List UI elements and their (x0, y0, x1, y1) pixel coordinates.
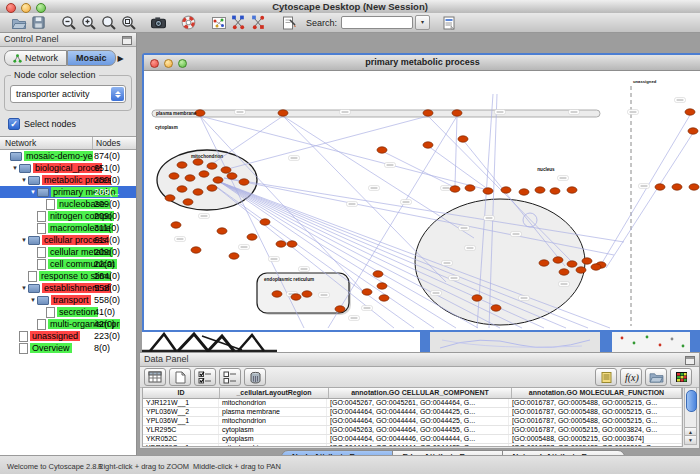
unselect-attributes-button[interactable] (219, 368, 241, 386)
matrix-button[interactable] (670, 368, 692, 386)
birdseye-view-button[interactable] (210, 14, 227, 31)
table-row[interactable]: YDR039C__1mitochondrion[GO:0044464, GO:0… (143, 444, 682, 447)
select-nodes-checkbox[interactable]: ✓ (8, 118, 20, 130)
float-panel-icon[interactable] (122, 36, 132, 45)
minimize-view-button[interactable] (164, 59, 173, 68)
table-row[interactable]: YPL036W__2plasma membrane[GO:0044464, GO… (143, 408, 682, 417)
attribute-table[interactable]: ID_cellularLayoutRegionannotation.GO CEL… (142, 387, 683, 447)
tree-row[interactable]: unassigned223(0) (0, 330, 136, 342)
tree-expander[interactable]: ▼ (29, 297, 37, 303)
close-view-button[interactable] (150, 59, 159, 68)
tab-mosaic[interactable]: Mosaic (67, 50, 116, 66)
tree-row[interactable]: Overview8(0) (0, 342, 136, 354)
select-attributes-button[interactable] (194, 368, 216, 386)
tree-row[interactable]: nucleobase-209(0) (0, 198, 136, 210)
new-attribute-button[interactable] (169, 368, 191, 386)
table-cell: [GO:0016787, GO:0005488, GO:0005215, G..… (509, 399, 682, 407)
table-row[interactable]: YPL036W__1mitochondrion[GO:0044464, GO:0… (143, 417, 682, 426)
graph-node (576, 267, 586, 273)
column-nodes[interactable]: Nodes (93, 137, 136, 149)
tree-row[interactable]: ▼establishment of lo558(0) (0, 282, 136, 294)
node-color-combobox[interactable]: transporter activity (10, 85, 126, 103)
tree-row[interactable]: nitrogen compo209(0) (0, 210, 136, 222)
control-panel: Control Panel Network Mosaic ▶ Node colo… (0, 33, 137, 455)
graph-node (207, 163, 217, 169)
table-row[interactable]: YJR121W__1mitochondrion[GO:0045267, GO:0… (143, 399, 682, 408)
scrollbar-thumb[interactable] (686, 390, 697, 412)
column-header[interactable]: annotation.GO MOLECULAR_FUNCTION (512, 388, 682, 398)
tree-row[interactable]: multi-organism pro42(0) (0, 318, 136, 330)
table-row[interactable]: YLR295Ccytoplasm[GO:0045263, GO:0044464,… (143, 426, 682, 435)
tree-expander[interactable]: ▼ (11, 165, 19, 171)
tree-row[interactable]: ▼primary metabo209(... (0, 186, 136, 198)
formula-fx-button[interactable]: f(x) (620, 368, 642, 386)
tab-network-label: Network (25, 51, 58, 65)
tree-expander[interactable]: ▼ (29, 189, 37, 195)
tabs-overflow-arrow[interactable]: ▶ (118, 54, 124, 63)
zoom-in-button[interactable] (80, 14, 97, 31)
tree-row[interactable]: ▼transport558(0) (0, 294, 136, 306)
zoom-out-button[interactable] (60, 14, 77, 31)
annotation-button[interactable] (280, 14, 297, 31)
tree-row[interactable]: cellular metabo209(0) (0, 246, 136, 258)
layout-red-button[interactable] (250, 14, 267, 31)
help-lifesaver-button[interactable] (180, 14, 197, 31)
table-cell: YDR039C__1 (143, 444, 219, 447)
control-panel-header: Control Panel (0, 33, 136, 47)
tree-row[interactable]: cell communicat22(0) (0, 258, 136, 270)
graph-node (550, 188, 560, 194)
network-view-window[interactable]: primary metabolic process plasma membran… (142, 53, 700, 332)
graph-node (377, 283, 387, 289)
zoom-selected-button[interactable] (120, 14, 137, 31)
zoom-view-button[interactable] (178, 59, 187, 68)
graph-node (207, 185, 217, 191)
zoom-actual-button[interactable] (100, 14, 117, 31)
network-file-icon (37, 319, 46, 330)
tree-expander[interactable]: ▼ (20, 285, 28, 291)
layout-blue-button[interactable] (230, 14, 247, 31)
column-header[interactable]: _cellularLayoutRegion (220, 388, 329, 398)
network-canvas[interactable]: plasma membranecytoplasmmitochondrionnuc… (144, 70, 700, 330)
tab-network[interactable]: Network (4, 50, 67, 66)
tree-label: mosaic-demo-yeast (24, 151, 93, 161)
tree-expander[interactable]: ▼ (20, 237, 28, 243)
open-session-button[interactable] (10, 14, 27, 31)
search-input[interactable] (341, 16, 413, 29)
table-cell: [GO:0016787, GO:0005488, GO:0005215, G..… (509, 408, 682, 416)
scroll-down-button[interactable]: ▼ (685, 435, 696, 444)
column-header[interactable]: annotation.GO CELLULAR_COMPONENT (329, 388, 512, 398)
import-folder-button[interactable] (645, 368, 667, 386)
table-row[interactable]: YKR052Ccytoplasm[GO:0044464, GO:0044446,… (143, 435, 682, 444)
graph-node (423, 142, 433, 148)
attribute-doc-button[interactable] (440, 14, 457, 31)
zoom-window-button[interactable] (36, 3, 46, 13)
minimize-window-button[interactable] (21, 3, 31, 13)
graph-node (177, 186, 187, 192)
snapshot-camera-button[interactable] (150, 14, 167, 31)
graph-node (423, 110, 433, 116)
tree-row[interactable]: ▼biological_process651(0) (0, 162, 136, 174)
tree-expander[interactable]: ▼ (20, 177, 28, 183)
tree-row[interactable]: mosaic-demo-yeast874(0) (0, 150, 136, 162)
table-scrollbar[interactable]: ▲ ▼ (684, 387, 697, 445)
attribute-table-button[interactable] (144, 368, 166, 386)
close-window-button[interactable] (6, 3, 16, 13)
tree-row[interactable]: ▼metabolic process280(0) (0, 174, 136, 186)
network-window-titlebar: primary metabolic process (144, 55, 700, 71)
delete-attribute-button[interactable] (244, 368, 266, 386)
column-network[interactable]: Network (0, 137, 93, 149)
node-count: 558(0) (94, 295, 120, 305)
notepad-button[interactable] (595, 368, 617, 386)
column-header[interactable]: ID (143, 388, 220, 398)
graph-node (591, 264, 601, 270)
tree-row[interactable]: macromolecule311(0) (0, 222, 136, 234)
search-dropdown-arrow[interactable]: ▾ (415, 15, 430, 30)
graph-node (239, 179, 249, 185)
tree-row[interactable]: ▼cellular process614(0) (0, 234, 136, 246)
tree-row[interactable]: secretion41(0) (0, 306, 136, 318)
tree-row[interactable]: response to stimul264(0) (0, 270, 136, 282)
graph-node (689, 184, 699, 190)
graph-node (452, 110, 462, 116)
float-data-panel-icon[interactable] (685, 356, 695, 365)
save-session-button[interactable] (30, 14, 47, 31)
